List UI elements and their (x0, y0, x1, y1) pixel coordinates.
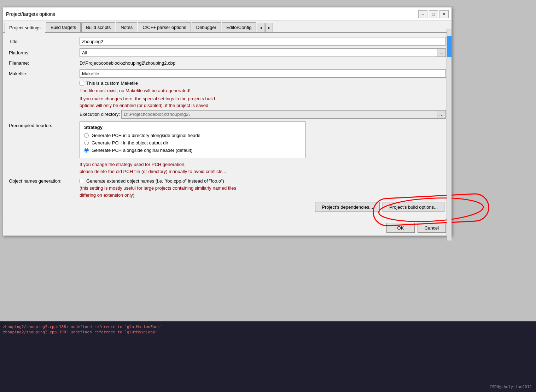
pch-radio-2[interactable] (84, 141, 89, 145)
object-names-content: Generate extended object names (i.e. "fo… (80, 178, 236, 198)
exec-dir-browse-button[interactable]: … (437, 110, 446, 119)
filename-value: D:\Project\codeblock\zhouping2\zhouping2… (80, 60, 446, 66)
close-button[interactable]: ✕ (439, 10, 449, 18)
filename-label: Filename: (9, 60, 80, 66)
dialog-content: Title: Platforms: … Filename: D:\Project… (3, 33, 451, 220)
terminal-line-2: zhouping2/zhouping2.cpp:190: undefined r… (3, 329, 533, 335)
object-names-row: Object names generation: Generate extend… (9, 178, 446, 198)
title-input[interactable] (80, 37, 446, 46)
warning-line-2: If you make changes here, the special se… (80, 95, 446, 109)
pch-row: Precompiled headers: Strategy Generate P… (9, 121, 446, 158)
window-controls: – □ ✕ (418, 10, 449, 18)
platforms-input[interactable] (80, 48, 437, 57)
custom-makefile-label: This is a custom Makefile (86, 81, 138, 86)
pch-radio-1-label: Generate PCH in a directory alongside or… (92, 133, 200, 138)
tab-scroll-right[interactable]: ▸ (265, 23, 273, 32)
tab-build-scripts[interactable]: Build scripts (81, 22, 115, 32)
terminal-background: zhouping2/zhouping2.cpp:188: undefined r… (0, 321, 536, 392)
tab-bar: Project settings Build targets Build scr… (3, 21, 451, 33)
pch-label: Precompiled headers: (9, 121, 80, 128)
exec-dir-input[interactable] (121, 110, 437, 119)
cancel-button[interactable]: Cancel (418, 223, 446, 233)
pch-radio-row-1: Generate PCH in a directory alongside or… (84, 133, 301, 138)
dialog-window: Project/targets options – □ ✕ Project se… (3, 7, 452, 236)
title-label: Title: (9, 39, 80, 44)
pch-radio-3[interactable] (84, 148, 89, 153)
custom-makefile-checkbox[interactable] (80, 81, 84, 85)
filename-row: Filename: D:\Project\codeblock\zhouping2… (9, 60, 446, 66)
pch-radio-row-2: Generate PCH in the object output dir (84, 140, 301, 145)
bottom-buttons-row: Project's dependencies... Project's buil… (9, 202, 446, 212)
dialog-title: Project/targets options (6, 11, 55, 17)
tab-scroll-left[interactable]: ◂ (257, 23, 264, 32)
dependencies-button[interactable]: Project's dependencies... (315, 202, 380, 212)
exec-dir-label: Execution directory: (80, 112, 120, 117)
tab-debugger[interactable]: Debugger (192, 22, 221, 32)
makefile-row: Makefile: (9, 69, 446, 78)
platforms-browse-button[interactable]: … (437, 48, 446, 57)
tab-notes[interactable]: Notes (116, 22, 137, 32)
pch-strategy-box: Strategy Generate PCH in a directory alo… (80, 121, 306, 158)
minimize-button[interactable]: – (418, 10, 427, 18)
pch-radio-3-label: Generate PCH alongside original header (… (92, 148, 192, 153)
object-names-label: Object names generation: (9, 178, 80, 184)
build-options-button[interactable]: Project's build options... (383, 202, 444, 212)
warning-line-1: The file must exist, no Makefile will be… (80, 87, 446, 94)
platforms-label: Platforms: (9, 50, 80, 55)
pch-strategy-title: Strategy (84, 125, 301, 130)
pch-warning: If you change the strategy used for PCH … (80, 161, 446, 176)
pch-radio-row-3: Generate PCH alongside original header (… (84, 148, 301, 153)
obj-check-row: Generate extended object names (i.e. "fo… (80, 178, 236, 184)
terminal-line-1: zhouping2/zhouping2.cpp:188: undefined r… (3, 324, 533, 329)
maximize-button[interactable]: □ (429, 10, 438, 18)
watermark: CSDN@zhulytian2012 (490, 385, 532, 389)
pch-radio-1[interactable] (84, 133, 89, 138)
title-row: Title: (9, 37, 446, 46)
tab-project-settings[interactable]: Project settings (5, 23, 45, 33)
tab-build-targets[interactable]: Build targets (46, 22, 81, 32)
obj-names-checkbox[interactable] (80, 179, 84, 183)
platforms-field-container: … (80, 48, 446, 57)
makefile-label: Makefile: (9, 71, 80, 76)
obj-checkbox-label: Generate extended object names (i.e. "fo… (86, 178, 224, 184)
title-bar: Project/targets options – □ ✕ (3, 7, 451, 21)
tab-editorconfig[interactable]: EditorConfig (222, 22, 256, 32)
makefile-input[interactable] (80, 69, 446, 78)
ok-button[interactable]: OK (386, 223, 415, 233)
pch-radio-2-label: Generate PCH in the object output dir (92, 140, 168, 145)
ok-cancel-row: OK Cancel (3, 220, 451, 236)
scroll-thumb[interactable] (447, 36, 451, 57)
build-options-container: Project's build options... (383, 202, 444, 212)
platforms-row: Platforms: … (9, 48, 446, 57)
exec-dir-row: Execution directory: … (80, 110, 446, 119)
custom-makefile-row: This is a custom Makefile (80, 81, 446, 86)
obj-warning: (this setting is mostly useful for large… (80, 185, 236, 198)
tab-cpp-parser[interactable]: C/C++ parser options (138, 22, 191, 32)
scrollbar[interactable] (447, 29, 451, 240)
